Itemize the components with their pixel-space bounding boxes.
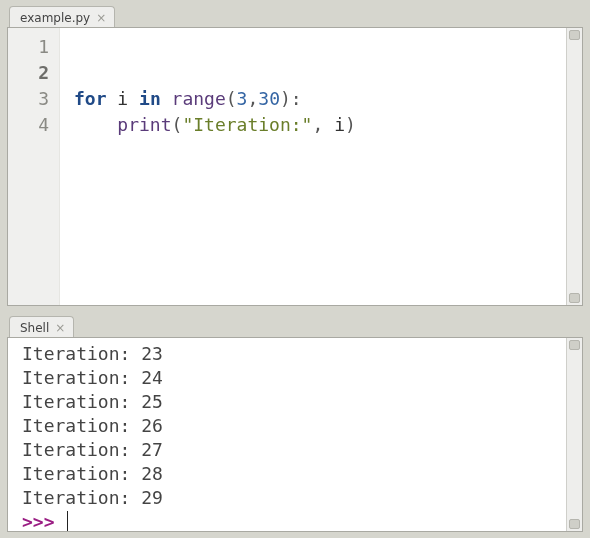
- shell-tabbar: Shell ×: [7, 314, 583, 338]
- scroll-arrow-down-icon[interactable]: [569, 519, 580, 529]
- close-icon[interactable]: ×: [96, 12, 106, 24]
- punct: ): [280, 88, 291, 109]
- keyword-for: for: [74, 88, 107, 109]
- shell-scrollbar[interactable]: [566, 338, 582, 531]
- scroll-arrow-down-icon[interactable]: [569, 293, 580, 303]
- editor-tabbar: example.py ×: [7, 4, 583, 28]
- shell-output-line: Iteration: 25: [22, 390, 566, 414]
- punct: ,: [247, 88, 258, 109]
- indent: [74, 114, 117, 135]
- tab-label: Shell: [20, 321, 49, 335]
- scroll-arrow-up-icon[interactable]: [569, 30, 580, 40]
- code-line: [74, 34, 566, 60]
- line-number-gutter: 1 2 3 4: [8, 28, 60, 305]
- punct: :: [291, 88, 302, 109]
- tab-example-py[interactable]: example.py ×: [9, 6, 115, 28]
- builtin-print: print: [117, 114, 171, 135]
- line-number: 1: [8, 34, 49, 60]
- shell-prompt-line[interactable]: >>>: [22, 510, 566, 531]
- punct: ): [345, 114, 356, 135]
- code-line: for i in range(3,30):: [74, 86, 566, 112]
- identifier: i: [334, 114, 345, 135]
- editor-pane: example.py × 1 2 3 4 for i in range(3,30…: [7, 4, 583, 306]
- builtin-range: range: [172, 88, 226, 109]
- shell-output-line: Iteration: 26: [22, 414, 566, 438]
- text-cursor-icon: [67, 511, 68, 531]
- shell-frame: Iteration: 23Iteration: 24Iteration: 25I…: [7, 337, 583, 532]
- identifier: i: [117, 88, 128, 109]
- punct: (: [226, 88, 237, 109]
- shell-output-line: Iteration: 28: [22, 462, 566, 486]
- line-number: 4: [8, 112, 49, 138]
- shell-output-line: Iteration: 27: [22, 438, 566, 462]
- line-number: 2: [8, 60, 49, 86]
- shell-prompt: >>>: [22, 511, 65, 531]
- editor-scrollbar[interactable]: [566, 28, 582, 305]
- tab-shell[interactable]: Shell ×: [9, 316, 74, 338]
- number: 3: [237, 88, 248, 109]
- keyword-in: in: [139, 88, 161, 109]
- string: "Iteration:": [182, 114, 312, 135]
- tab-label: example.py: [20, 11, 90, 25]
- line-number: 3: [8, 86, 49, 112]
- shell-pane: Shell × Iteration: 23Iteration: 24Iterat…: [7, 314, 583, 532]
- number: 30: [258, 88, 280, 109]
- space: [323, 114, 334, 135]
- punct: (: [172, 114, 183, 135]
- shell-output-line: Iteration: 24: [22, 366, 566, 390]
- editor-frame: 1 2 3 4 for i in range(3,30): print("Ite…: [7, 27, 583, 306]
- shell-output-line: Iteration: 29: [22, 486, 566, 510]
- punct: ,: [312, 114, 323, 135]
- code-line: [74, 60, 566, 86]
- code-area[interactable]: for i in range(3,30): print("Iteration:"…: [60, 28, 566, 305]
- shell-output-line: Iteration: 23: [22, 342, 566, 366]
- editor-body[interactable]: 1 2 3 4 for i in range(3,30): print("Ite…: [8, 28, 566, 305]
- close-icon[interactable]: ×: [55, 322, 65, 334]
- shell-body[interactable]: Iteration: 23Iteration: 24Iteration: 25I…: [8, 338, 566, 531]
- scroll-arrow-up-icon[interactable]: [569, 340, 580, 350]
- code-line: print("Iteration:", i): [74, 112, 566, 138]
